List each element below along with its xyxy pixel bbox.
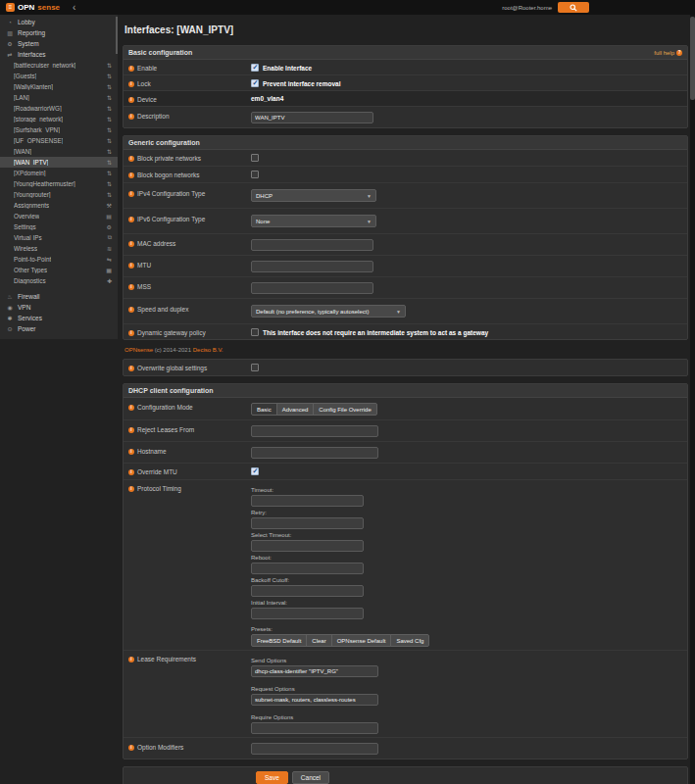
sidebar-item-label: [Surfshark_VPN] (14, 126, 60, 133)
timing-input[interactable] (251, 608, 364, 619)
speed-duplex-select[interactable]: Default (no preference, typically autose… (251, 305, 406, 318)
sidebar-interface-item[interactable]: [LAN] ⇅ (0, 92, 118, 103)
info-icon[interactable]: i (128, 97, 134, 103)
mss-input[interactable] (251, 282, 373, 294)
request-options-input[interactable] (251, 694, 378, 706)
info-icon[interactable]: i (128, 745, 134, 751)
save-button[interactable]: Save (256, 771, 288, 784)
sidebar-item[interactable]: ⇄ Interfaces (0, 49, 118, 60)
option-modifiers-input[interactable] (251, 743, 378, 755)
deciso-link[interactable]: Deciso B.V. (193, 347, 223, 353)
sidebar-interface-item[interactable]: [Youngrouter] ⇅ (0, 189, 118, 200)
sidebar-interface-item[interactable]: [storage_network] ⇅ (0, 114, 118, 124)
mtu-input[interactable] (251, 261, 373, 272)
reject-leases-input[interactable] (251, 425, 378, 437)
timing-input[interactable] (251, 585, 364, 597)
sidebar-item[interactable]: ◉ VPN (0, 302, 118, 313)
info-icon[interactable]: i (128, 469, 134, 475)
sidebar-interface-item[interactable]: [Surfshark_VPN] ⇅ (0, 124, 118, 135)
lock-checkbox[interactable] (251, 79, 259, 87)
sidebar-interface-item[interactable]: Diagnostics ✚ (0, 275, 118, 286)
timing-input[interactable] (251, 495, 364, 507)
overwrite-global-checkbox[interactable] (251, 364, 259, 371)
sidebar-interface-item[interactable]: Other Types ▦ (0, 265, 118, 275)
send-options-input[interactable] (251, 665, 378, 677)
mac-address-input[interactable] (251, 239, 373, 251)
sidebar-interface-item[interactable]: Assignments ⚒ (0, 200, 118, 211)
block-bogon-checkbox[interactable] (251, 171, 259, 178)
config-mode-button[interactable]: Config File Override (313, 403, 376, 416)
require-options-input[interactable] (251, 722, 378, 734)
sidebar-interface-item[interactable]: [WAN_IPTV] ⇅ (0, 157, 118, 168)
sidebar-item[interactable]: ⚙ System (0, 38, 118, 49)
sidebar-item[interactable]: ▥ Reporting (0, 27, 118, 38)
sidebar-item[interactable]: ✱ Services (0, 313, 118, 323)
info-icon[interactable]: i (128, 156, 134, 162)
full-help-link[interactable]: full help ? (654, 50, 682, 56)
preset-button[interactable]: Clear (306, 634, 331, 647)
info-icon[interactable]: i (128, 217, 134, 222)
info-icon[interactable]: i (128, 366, 134, 371)
page-scrollbar-thumb[interactable] (690, 17, 695, 100)
ipv6-type-select[interactable]: None ▼ (251, 215, 376, 227)
info-icon[interactable]: i (128, 449, 134, 455)
preset-button[interactable]: Saved Cfg (390, 634, 429, 647)
timing-input[interactable] (251, 517, 364, 529)
sidebar-interface-item[interactable]: [WallyKlanten] ⇅ (0, 81, 118, 92)
cancel-button[interactable]: Cancel (292, 771, 329, 784)
sidebar-interface-item[interactable]: Point-to-Point ⇆ (0, 254, 118, 265)
config-mode-button[interactable]: Advanced (276, 403, 315, 416)
info-icon[interactable]: i (128, 172, 134, 178)
field-label: Option Modifiers (137, 744, 183, 751)
sidebar-interface-item[interactable]: [RoadwarriorWG] ⇅ (0, 103, 118, 114)
timing-field: Timeout: (251, 487, 682, 507)
sidebar-interface-item[interactable]: Virtual IPs ⧉ (0, 232, 118, 243)
sidebar-collapse-button[interactable]: ‹ (73, 3, 75, 13)
dynamic-gateway-checkbox[interactable] (251, 328, 259, 336)
preset-button[interactable]: FreeBSD Default (251, 634, 307, 647)
info-icon[interactable]: i (128, 191, 134, 197)
timing-input[interactable] (251, 540, 364, 552)
info-icon[interactable]: i (128, 427, 134, 433)
timing-input[interactable] (251, 563, 364, 574)
info-icon[interactable]: i (128, 66, 134, 72)
enable-checkbox[interactable] (251, 64, 259, 72)
info-icon[interactable]: i (128, 307, 134, 313)
info-icon[interactable]: i (128, 81, 134, 87)
search-button[interactable] (558, 2, 589, 13)
hostname-input[interactable] (251, 447, 378, 459)
sidebar-interface-item[interactable]: [Guests] ⇅ (0, 71, 118, 81)
sidebar-item-label: Services (18, 315, 42, 321)
sidebar-item[interactable]: ⊙ Power (0, 323, 118, 334)
preset-button[interactable]: OPNsense Default (331, 634, 392, 647)
sidebar-scrollbar[interactable] (116, 17, 118, 54)
info-icon[interactable]: i (128, 284, 134, 290)
form-row-config-mode: iConfiguration Mode Basic Advanced Confi… (124, 398, 687, 419)
config-mode-button[interactable]: Basic (251, 403, 277, 416)
info-icon[interactable]: i (128, 241, 134, 247)
sidebar-interface-item[interactable]: [YoungHeathermuster] ⇅ (0, 178, 118, 189)
send-options-group: Send Options (251, 658, 682, 677)
sidebar-interface-item[interactable]: [XPdomein] ⇅ (0, 168, 118, 178)
opnsense-link[interactable]: OPNsense (124, 347, 153, 353)
info-icon[interactable]: i (128, 657, 134, 662)
description-input[interactable] (251, 112, 373, 123)
block-private-checkbox[interactable] (251, 154, 259, 162)
info-icon[interactable]: i (128, 330, 134, 336)
info-icon[interactable]: i (128, 114, 134, 120)
sidebar-interface-item[interactable]: [WAN] ⇅ (0, 146, 118, 157)
sidebar-interface-item[interactable]: Overview ▤ (0, 211, 118, 221)
override-mtu-checkbox[interactable] (251, 467, 259, 475)
info-icon[interactable]: i (128, 263, 134, 269)
brand: ≡ OPN sense ‹ (6, 3, 75, 13)
sidebar-item[interactable]: ♨ Firewall (0, 291, 118, 302)
info-icon[interactable]: i (128, 486, 134, 492)
sidebar-interface-item[interactable]: [battlecruiser_network] ⇅ (0, 60, 118, 71)
sidebar-interface-item[interactable]: Wireless ≋ (0, 243, 118, 254)
menu-icon: ⚙ (6, 40, 14, 47)
sidebar-interface-item[interactable]: Settings ⚙ (0, 221, 118, 232)
info-icon[interactable]: i (128, 405, 134, 411)
ipv4-type-select[interactable]: DHCP ▼ (251, 189, 376, 202)
sidebar-interface-item[interactable]: [UF_OPNSENSE] ⇅ (0, 135, 118, 146)
sidebar-item[interactable]: ◔ Lobby (0, 17, 118, 27)
